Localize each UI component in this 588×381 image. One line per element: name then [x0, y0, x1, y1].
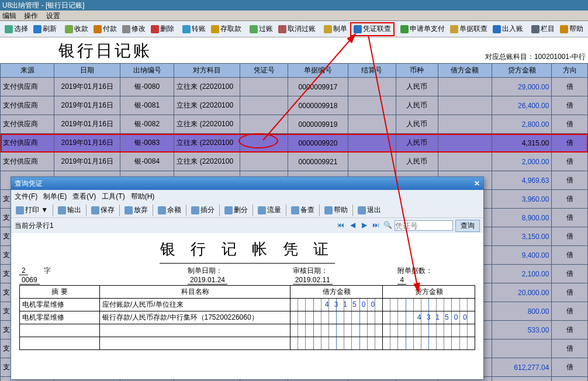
cell-cr: [492, 340, 552, 358]
columns-icon: [531, 25, 539, 33]
edit-button[interactable]: 修改: [120, 22, 148, 36]
dlg-tb-8[interactable]: 备查: [289, 203, 317, 217]
cell-vno: [240, 78, 288, 96]
v-cr: 431500: [383, 311, 475, 324]
search-button[interactable]: 查询: [455, 220, 480, 232]
post-button[interactable]: 过账: [247, 22, 275, 36]
deposit-button[interactable]: 存取款: [209, 22, 244, 36]
cell-cr: 8,900.00: [492, 209, 552, 227]
window-title-bar: U8出纳管理 - [银行日记账]: [0, 0, 588, 11]
table-row[interactable]: 支付供应商2019年01月16日银-0081立往来 (2202010000000…: [1, 96, 588, 115]
menu-edit[interactable]: 编辑: [2, 12, 16, 20]
table-row[interactable]: 支付供应商2019年01月16日银-0082立往来 (2202010000000…: [1, 115, 588, 134]
dlg-tb-0[interactable]: 打印 ▼: [13, 203, 50, 217]
cell-curr: 人民币: [396, 134, 438, 153]
table-row[interactable]: 支付供应商2019年01月16日银-0083立往来 (2202010000000…: [1, 134, 588, 153]
col-header[interactable]: 结算号: [348, 64, 396, 78]
help-button[interactable]: 帮助: [558, 22, 586, 36]
cell-dir: 借: [552, 340, 588, 358]
nav-next-icon[interactable]: ▶: [359, 221, 369, 230]
search-box: ⏮ ◀ ▶ ⏭ 🔍 查询: [336, 220, 480, 232]
v-summary: 电机零星维修: [20, 299, 100, 311]
unpost-button[interactable]: 取消过账: [276, 22, 318, 36]
refresh-button[interactable]: 刷新: [31, 22, 59, 36]
col-header[interactable]: 对方科目: [174, 64, 240, 78]
dlg-tb-1[interactable]: 输出: [56, 203, 84, 217]
transfer-button[interactable]: 转账: [180, 22, 208, 36]
select-button[interactable]: 选择: [2, 22, 30, 36]
nav-last-icon[interactable]: ⏭: [371, 221, 381, 230]
dlg-tb-9[interactable]: 帮助: [322, 203, 350, 217]
delete-button[interactable]: 删除: [148, 22, 177, 36]
dlg-menu-item[interactable]: 工具(T): [102, 192, 124, 200]
cell-bno: 0000009921: [288, 153, 348, 171]
dlg-tb-2[interactable]: 保存: [89, 203, 117, 217]
voucher-search-input[interactable]: [395, 220, 453, 231]
apply-button[interactable]: 申请单支付: [398, 22, 447, 36]
payment-button[interactable]: 付款: [91, 22, 119, 36]
columns-button[interactable]: 栏目: [529, 22, 557, 36]
dlg-menu-item[interactable]: 文件(F): [15, 192, 37, 200]
cell-cno: 银-0084: [120, 153, 174, 171]
v-col: 借方金额: [290, 286, 383, 299]
col-header[interactable]: 单据编号: [288, 64, 348, 78]
nav-prev-icon[interactable]: ◀: [348, 221, 357, 230]
make-button[interactable]: 制单: [321, 22, 350, 36]
cell-src: 支付供应商: [1, 78, 54, 96]
voucher-area: 银 行 记 帐 凭 证 2 字 0069 制单日期：2019.01.24 审核日…: [11, 233, 483, 355]
dlg-tb-7[interactable]: 流量: [255, 203, 283, 217]
v-summary: 电机零星维修: [20, 311, 100, 324]
cell-subj: 立往来 (22020100: [174, 115, 240, 134]
dlg-tb-6[interactable]: 删分: [222, 203, 250, 217]
menu-setting[interactable]: 设置: [46, 12, 60, 20]
voucher-line[interactable]: 电机零星维修银行存款/人民币存款/中行集环（175200226060）43150…: [20, 311, 475, 324]
dlg-menu-item[interactable]: 制单(E): [43, 192, 67, 200]
dialog-title-bar[interactable]: 查询凭证 ✕: [11, 177, 483, 190]
dialog-nav-bar: 当前分录行1 ⏮ ◀ ▶ ⏭ 🔍 查询: [11, 218, 483, 233]
dlg-tb-icon: [324, 206, 333, 214]
dlg-tb-3[interactable]: 放弃: [122, 203, 150, 217]
cell-dir: 借: [552, 134, 588, 153]
apply-icon: [400, 25, 409, 33]
search-icon[interactable]: 🔍: [383, 221, 392, 230]
voucher-line[interactable]: [20, 337, 475, 350]
col-header[interactable]: 来源: [1, 64, 54, 78]
close-icon[interactable]: ✕: [474, 177, 480, 190]
inacct-button[interactable]: 出入账: [490, 22, 525, 36]
post-icon: [250, 25, 258, 33]
cell-cr: 29,000.00: [492, 78, 552, 96]
blink-button[interactable]: 单据联查: [448, 22, 490, 36]
refresh-icon: [33, 25, 41, 33]
col-header[interactable]: 贷方金额: [492, 64, 552, 78]
menu-op[interactable]: 操作: [24, 12, 38, 20]
v-col: 摘 要: [20, 286, 100, 299]
voucher-line[interactable]: [20, 324, 475, 337]
col-header[interactable]: 方向: [552, 64, 588, 78]
nav-first-icon[interactable]: ⏮: [336, 221, 345, 230]
table-row[interactable]: 支付供应商2019年01月16日银-0080立往来 (2202010000000…: [1, 78, 588, 96]
cell-date: 2019年01月16日: [54, 115, 120, 134]
cell-bno: 0000009920: [288, 134, 348, 153]
v-subject: [99, 324, 290, 337]
window-title: U8出纳管理 - [银行日记账]: [2, 1, 85, 9]
help-icon: [560, 25, 568, 33]
cell-bno: 0000009918: [288, 96, 348, 115]
col-header[interactable]: 出纳编号: [120, 64, 174, 78]
cell-src: 支付供应商: [1, 96, 54, 115]
table-row[interactable]: 支付供应商2019年01月16日银-0084立往来 (2202010000000…: [1, 153, 588, 171]
voucher-line[interactable]: 电机零星维修应付账款/人民币/单位往来431500: [20, 299, 475, 311]
dlg-tb-4[interactable]: 余额: [155, 203, 184, 217]
col-header[interactable]: 凭证号: [240, 64, 288, 78]
dlg-menu-item[interactable]: 查看(V): [72, 192, 96, 200]
col-header[interactable]: 日期: [54, 64, 120, 78]
dialog-menu-bar: 文件(F)制单(E)查看(V)工具(T)帮助(H): [11, 190, 483, 203]
v-dr: [290, 311, 383, 324]
dlg-tb-5[interactable]: 插分: [189, 203, 217, 217]
col-header[interactable]: 借方金额: [438, 64, 492, 78]
vlink-button[interactable]: 凭证联查: [350, 22, 395, 36]
col-header[interactable]: 币种: [396, 64, 438, 78]
dlg-tb-10[interactable]: 退出: [355, 203, 383, 217]
dlg-menu-item[interactable]: 帮助(H): [131, 192, 155, 200]
receipt-button[interactable]: 收款: [63, 22, 91, 36]
page-header: 银行日记账 对应总账科目：100201001-中行: [0, 37, 588, 63]
